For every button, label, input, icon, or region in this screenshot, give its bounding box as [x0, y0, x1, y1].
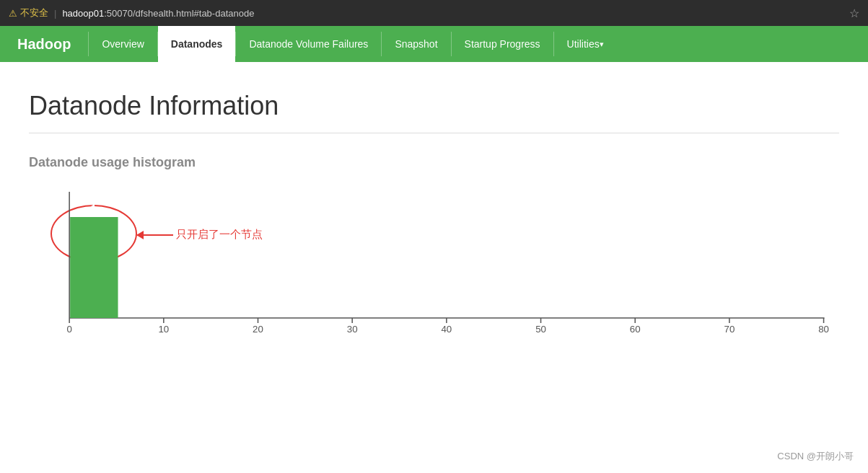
warning-text: 不安全: [20, 6, 48, 19]
svg-text:60: 60: [630, 324, 641, 335]
histogram-chart: 只开启了一个节点 1 0 10: [29, 185, 839, 372]
main-content: Datanode Information Datanode usage hist…: [0, 62, 868, 466]
svg-text:1: 1: [91, 203, 97, 214]
separator: |: [54, 8, 56, 19]
svg-text:30: 30: [347, 324, 358, 335]
nav-item-overview[interactable]: Overview: [89, 26, 157, 62]
main-navbar: Hadoop Overview Datanodes Datanode Volum…: [0, 26, 868, 62]
url-path: :50070/dfshealth.html#tab-datanode: [104, 8, 254, 19]
chart-inner: 只开启了一个节点 1 0 10: [29, 185, 839, 372]
svg-text:50: 50: [535, 324, 546, 335]
nav-item-datanode-volume-failures[interactable]: Datanode Volume Failures: [236, 26, 381, 62]
svg-text:40: 40: [441, 324, 452, 335]
svg-rect-2: [70, 217, 118, 318]
svg-text:10: 10: [158, 324, 169, 335]
address-bar: ⚠ 不安全 | hadoop01:50070/dfshealth.html#ta…: [0, 0, 868, 26]
security-warning: ⚠ 不安全 | hadoop01:50070/dfshealth.html#ta…: [9, 6, 254, 19]
brand-logo[interactable]: Hadoop: [0, 26, 88, 62]
nav-item-startup-progress[interactable]: Startup Progress: [452, 26, 553, 62]
url-host: hadoop01: [62, 8, 104, 19]
section-title: Datanode usage histogram: [29, 155, 839, 170]
url-display[interactable]: hadoop01:50070/dfshealth.html#tab-datano…: [62, 8, 254, 19]
nav-item-datanodes[interactable]: Datanodes: [158, 26, 236, 62]
title-divider: [29, 133, 839, 133]
warning-icon: ⚠: [9, 8, 17, 19]
bookmark-star-icon[interactable]: ☆: [849, 6, 859, 20]
svg-text:80: 80: [818, 324, 829, 335]
nav-item-snapshot[interactable]: Snapshot: [382, 26, 450, 62]
svg-text:70: 70: [724, 324, 735, 335]
watermark: CSDN @开朗小哥: [777, 450, 854, 463]
chart-svg: 1 0 10 20 30 40 50: [29, 185, 839, 343]
page-title: Datanode Information: [29, 91, 839, 121]
svg-text:20: 20: [253, 324, 263, 335]
nav-item-utilities[interactable]: Utilities: [554, 26, 617, 62]
svg-text:0: 0: [66, 324, 71, 335]
